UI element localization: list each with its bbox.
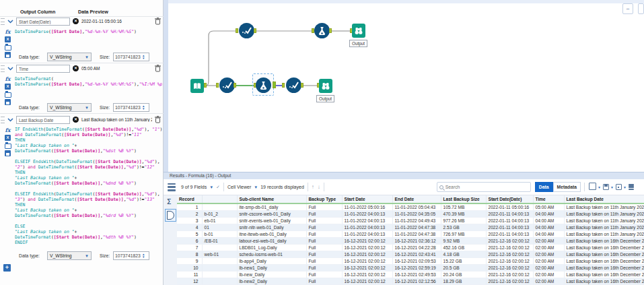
table-row[interactable]: 3eb-01snitr-events-web-01_DailyFull11-01…: [177, 218, 644, 224]
variables-icon[interactable]: X: [5, 84, 11, 90]
column-header[interactable]: Sub-client Name: [237, 195, 306, 203]
output-anchor[interactable]: [254, 28, 256, 33]
chevron-down-icon[interactable]: [7, 20, 13, 24]
save-expression-icon[interactable]: [5, 150, 11, 156]
table-row[interactable]: 9lb-app4_DailyFull16-12-2021 02:00:1216-…: [177, 258, 644, 265]
save-expression-icon[interactable]: [5, 52, 11, 58]
input-anchor[interactable]: [282, 83, 285, 88]
table-row[interactable]: 10lb-new1_DailyFull16-12-2021 02:00:1216…: [177, 265, 644, 272]
column-header[interactable]: Last Backup Date: [564, 195, 644, 203]
input-anchor[interactable]: [236, 28, 238, 33]
chevron-down-icon[interactable]: ▼: [610, 185, 614, 189]
folder-icon[interactable]: [5, 92, 11, 98]
output-column-input[interactable]: [16, 65, 70, 73]
table-row[interactable]: 2b-01_2snitr-cscore-web-01_DailyFull11-0…: [177, 211, 644, 218]
browse-tool[interactable]: [352, 24, 365, 38]
size-field[interactable]: ▲▼: [113, 103, 149, 112]
table-row[interactable]: 6/EB-01labour-esi-web-01_dailyFull16-12-…: [177, 238, 644, 245]
chevron-down-icon[interactable]: ▼: [598, 185, 601, 189]
output-anchor-selected[interactable]: [273, 82, 276, 88]
data-type-dropdown[interactable]: V_WString▼: [47, 103, 92, 112]
size-input[interactable]: [114, 253, 142, 258]
chevron-down-icon[interactable]: [7, 118, 13, 122]
search-field[interactable]: [437, 182, 531, 192]
variables-icon[interactable]: X: [5, 135, 11, 141]
expression-editor[interactable]: DateTimeParse([Start Date],"%d-%m-%Y %H:…: [15, 29, 162, 51]
data-tab[interactable]: Data: [535, 182, 553, 192]
tool-annotation[interactable]: Output: [316, 95, 334, 102]
fx-icon[interactable]: fx: [5, 75, 10, 82]
column-header[interactable]: Start Date: [342, 195, 392, 203]
add-expression-button[interactable]: +: [3, 264, 11, 272]
expression-drag-grip[interactable]: [1, 117, 5, 123]
input-data-tool[interactable]: [190, 79, 204, 93]
expression-drag-grip[interactable]: [1, 18, 5, 25]
delete-expression-icon[interactable]: [155, 65, 161, 72]
input-anchor[interactable]: [216, 83, 219, 88]
folder-icon[interactable]: [5, 144, 11, 149]
spinner-icon[interactable]: ▲▼: [142, 55, 145, 60]
workflow-canvas[interactable]: −: [164, 0, 644, 172]
fields-summary[interactable]: 9 of 9 Fields: [181, 185, 207, 189]
spinner-icon[interactable]: ▲▼: [142, 253, 145, 259]
spinner-icon[interactable]: ▲▼: [142, 105, 145, 110]
export-icon[interactable]: [616, 184, 622, 190]
output-column-input[interactable]: [16, 18, 70, 26]
clear-column-icon[interactable]: ✕: [73, 117, 79, 123]
summary-view-icon[interactable]: ∑: [167, 197, 171, 204]
select-tool[interactable]: [286, 77, 301, 93]
column-header[interactable]: Last Backup Size: [441, 195, 486, 203]
table-row[interactable]: 5b-01itne-itewb-web-01_DailyFull11-01-20…: [177, 231, 644, 238]
chevron-down-icon[interactable]: ▼: [209, 185, 213, 189]
menu-icon[interactable]: [629, 184, 634, 190]
column-header[interactable]: End Date: [392, 195, 441, 203]
column-header[interactable]: [202, 195, 237, 203]
select-tool[interactable]: [219, 77, 235, 93]
delete-expression-icon[interactable]: [155, 116, 161, 123]
profile-view-icon[interactable]: [165, 209, 176, 222]
output-anchor[interactable]: [204, 83, 207, 88]
table-view-icon[interactable]: [168, 183, 176, 191]
data-type-dropdown[interactable]: V_WString▼: [47, 251, 92, 260]
variables-icon[interactable]: X: [5, 36, 11, 42]
column-header[interactable]: Backup Type: [306, 195, 342, 203]
clear-column-icon[interactable]: ✕: [73, 18, 79, 24]
table-row[interactable]: 11lb-new_DailyFull16-12-2021 02:00:1216-…: [177, 272, 644, 278]
down-arrow-icon[interactable]: ↓: [318, 184, 320, 190]
output-column-input[interactable]: [16, 116, 70, 124]
data-type-dropdown[interactable]: V_WString▼: [47, 53, 92, 61]
expression-editor[interactable]: DateTimeFormat( DateTimeParse([Start Dat…: [15, 76, 162, 99]
metadata-tab[interactable]: Metadata: [553, 182, 581, 192]
apply-check-icon[interactable]: ✓: [216, 185, 220, 190]
up-arrow-icon[interactable]: ↑: [312, 184, 314, 190]
save-expression-icon[interactable]: [5, 99, 11, 105]
table-row[interactable]: 7LBDB01_Log-DailyFull16-12-2021 02:00:12…: [177, 245, 644, 251]
size-field[interactable]: ▲▼: [113, 251, 149, 260]
save-icon[interactable]: [603, 184, 609, 190]
expression-editor[interactable]: IF EndsWith(DateTimeFormat([Start Date(D…: [15, 127, 162, 247]
column-header[interactable]: Start Date(Date): [486, 195, 533, 203]
output-anchor[interactable]: [301, 83, 303, 88]
table-row[interactable]: 8web-01schedu-iosms-web-01Full16-12-2021…: [177, 251, 644, 258]
output-anchor[interactable]: [234, 83, 236, 88]
table-row[interactable]: 1ite-smp-db-01_dailyFull11-01-2022 05:00…: [177, 203, 644, 211]
chevron-down-icon[interactable]: ▼: [623, 185, 627, 189]
search-input[interactable]: [445, 185, 525, 189]
column-header[interactable]: Time: [533, 195, 564, 203]
size-input[interactable]: [114, 105, 142, 110]
table-row[interactable]: 12lb-new2_DailyFull16-12-2021 02:00:1216…: [177, 278, 644, 285]
fx-icon[interactable]: fx: [5, 28, 10, 35]
output-anchor[interactable]: [329, 28, 332, 33]
delete-expression-icon[interactable]: [155, 18, 161, 25]
select-tool[interactable]: [239, 23, 254, 38]
size-input[interactable]: [114, 55, 142, 59]
column-header[interactable]: Record: [177, 195, 202, 203]
browse-tool[interactable]: [319, 79, 332, 93]
folder-icon[interactable]: [5, 45, 11, 51]
expression-drag-grip[interactable]: [1, 65, 5, 72]
table-row[interactable]: 401snitr-nitr-web-01_DailyFull11-01-2022…: [177, 224, 644, 231]
chevron-down-icon[interactable]: [7, 67, 13, 71]
tool-annotation[interactable]: Output: [349, 40, 367, 47]
formula-tool[interactable]: [314, 23, 330, 38]
fx-icon[interactable]: fx: [5, 127, 10, 133]
